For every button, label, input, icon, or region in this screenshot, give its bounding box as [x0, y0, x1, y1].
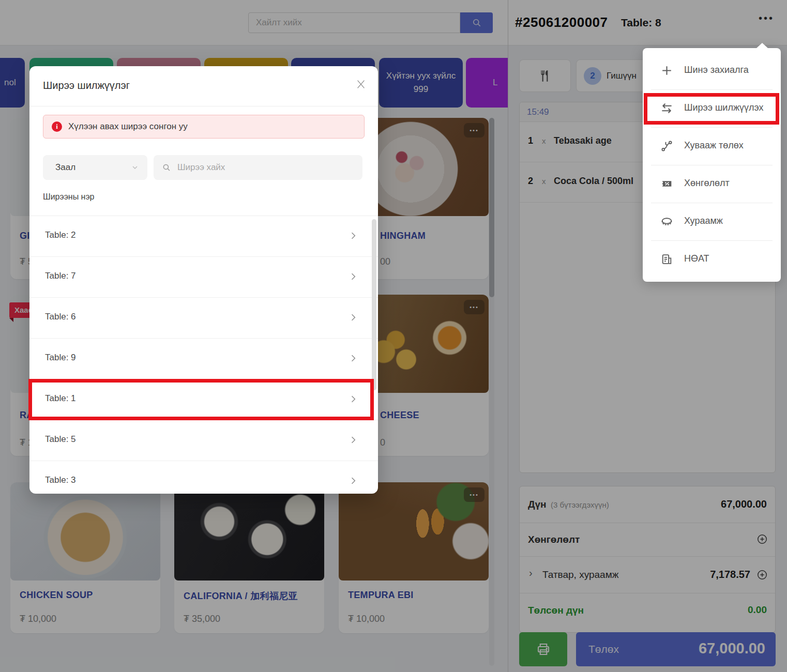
split-icon	[660, 140, 673, 152]
table-search-box	[154, 155, 362, 180]
modal-scrollbar-thumb[interactable]	[372, 219, 376, 390]
table-transfer-modal: Ширээ шилжүүлэг i Хүлээн авах ширээ сонг…	[29, 66, 378, 494]
chevron-right-icon	[348, 435, 358, 445]
chevron-right-icon	[348, 312, 358, 323]
order-actions-menu: Шинэ захиалга Ширээ шилжүүлэх Хувааж төл…	[643, 48, 781, 282]
zone-select[interactable]: Заал	[43, 155, 147, 180]
menu-item-new-order[interactable]: Шинэ захиалга	[643, 52, 781, 89]
divider	[651, 127, 773, 128]
modal-title: Ширээ шилжүүлэг	[43, 80, 130, 91]
chevron-right-icon	[348, 476, 358, 486]
divider	[29, 106, 378, 106]
menu-item-fee[interactable]: Хураамж	[643, 203, 781, 240]
search-icon	[162, 163, 171, 172]
plus-icon	[660, 64, 673, 77]
info-icon: i	[52, 121, 62, 132]
table-list-header: Ширээны нэр	[43, 192, 95, 202]
highlight-box-table-1	[28, 379, 374, 420]
menu-item-discount[interactable]: Хөнгөлөлт	[643, 165, 781, 203]
chevron-right-icon	[348, 353, 358, 363]
vat-icon	[660, 253, 673, 266]
pos-app: nol Хүйтэн уух зүйлс 999 L GI ₮ 5 ••• HI…	[0, 0, 787, 672]
table-row-2[interactable]: Table: 2	[29, 216, 378, 257]
menu-item-split-pay[interactable]: Хувааж төлөх	[643, 127, 781, 165]
chevron-down-icon	[131, 163, 139, 172]
divider	[651, 203, 773, 203]
table-row-5[interactable]: Table: 5	[29, 420, 378, 461]
menu-item-vat[interactable]: НӨАТ	[643, 240, 781, 278]
divider	[651, 165, 773, 165]
table-row-7[interactable]: Table: 7	[29, 257, 378, 298]
table-row-9[interactable]: Table: 9	[29, 339, 378, 379]
divider	[651, 89, 773, 90]
table-search-input[interactable]	[176, 162, 354, 173]
divider	[651, 240, 773, 241]
chevron-right-icon	[348, 231, 358, 241]
select-table-alert: i Хүлээн авах ширээ сонгон уу	[43, 115, 365, 139]
menu-arrow	[756, 43, 768, 49]
highlight-box-transfer-menu	[644, 93, 779, 125]
close-icon[interactable]	[355, 79, 367, 90]
fee-icon	[660, 215, 673, 228]
chevron-right-icon	[348, 271, 358, 282]
table-row-3[interactable]: Table: 3	[29, 461, 378, 494]
table-row-6[interactable]: Table: 6	[29, 298, 378, 339]
discount-icon	[660, 177, 673, 190]
